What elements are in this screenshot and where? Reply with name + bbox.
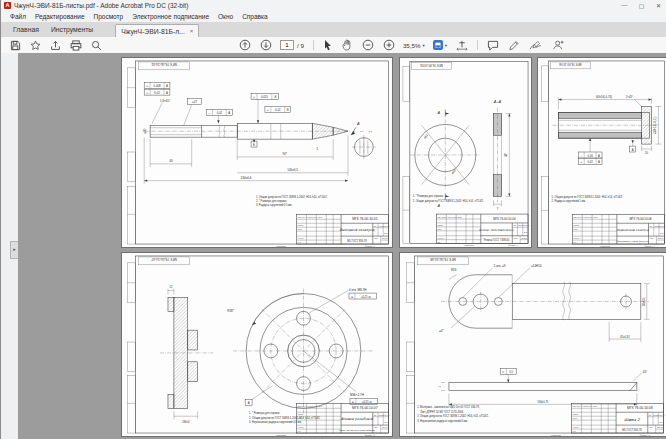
svg-text:Изм. Лист № докум. Подп. Да: Изм. Лист № докум. Подп. Дата [298,216,323,218]
svg-text:2. Радиусы скруглений 1 мм.: 2. Радиусы скруглений 1 мм. [552,199,586,203]
pencil-icon[interactable] [508,40,520,51]
chamfer-label: 1,6×45° [160,99,170,103]
menu-esign[interactable]: Электронное подписание [132,13,209,20]
zoom-caret-icon[interactable]: ▾ [422,43,424,48]
tab-tools[interactable]: Инструменты [51,26,93,33]
title-block: Изм. Лист № докум. Подп. Дата Разраб. Пр… [436,214,529,246]
notes: 1. * Размеры для справок. 2. Общие допус… [413,194,484,202]
section-title: А–А [493,99,502,104]
tb-name: Радиальный электрод [617,228,649,232]
dim-530: 530±0,75 [538,400,549,404]
svg-text:Пров.: Пров. [298,417,303,419]
zoom-level[interactable]: 35,5% [403,42,421,49]
dim-45: 45±0,31 [620,335,630,339]
dim-10: 10 [645,151,648,155]
tab-document-label: ЧжунЧ-ЭВИ-81Б-л... [121,28,185,35]
svg-text:Разраб.: Разраб. [298,224,305,226]
svg-text:Лит.: Лит. [374,225,378,227]
document-page-3[interactable]: МГК 76-00.10.06 60h14(-0,74) [537,57,666,248]
svg-text:2. * Размеры для справок.: 2. * Размеры для справок. [256,199,287,203]
svg-text:Лит.: Лит. [649,414,653,416]
comment-icon[interactable] [487,40,499,51]
document-page-1[interactable]: МГК 76-00.10.01 А [121,57,393,248]
svg-text:90*: 90* [282,152,287,156]
svg-text:240±0,6: 240±0,6 [241,176,252,180]
svg-text:Масштаб: Масштаб [522,224,529,226]
svg-text:Утв.: Утв. [437,241,441,243]
print-icon[interactable] [70,40,82,51]
svg-text:В: В [287,108,289,112]
tb-designation: МГК 76-00.10.06 [629,217,652,221]
svg-text:А: А [598,160,600,164]
select-tool-icon[interactable] [323,39,333,51]
dimensions: 1,6×45° ⌀30 40 90* 5 140±0,5 [143,99,348,184]
document-page-4[interactable]: МГК 76-00.10.07 12 26h14 [121,252,393,437]
share-icon[interactable] [50,40,61,51]
svg-text:0,5: 0,5 [509,370,513,374]
request-sign-icon[interactable] [551,39,564,51]
svg-text:Копировал: Копировал [551,434,562,436]
svg-text:1. Общие допуски по ГОСТ 30893: 1. Общие допуски по ГОСТ 30893.1-2002: Н… [552,195,624,199]
svg-text:Копировал: Копировал [276,434,287,436]
search-icon[interactable] [91,40,102,51]
dim-50: 50±0,31 [642,296,646,306]
document-canvas[interactable]: МГК 76-00.10.01 А [18,53,666,439]
svg-text:1. Общие допуски по ГОСТ 30893: 1. Общие допуски по ГОСТ 30893.1-2002: Н… [256,195,328,199]
svg-text:—: — [208,111,211,115]
window-title: ЧжунЧ-ЭВИ-81Б-листы.pdf - Adobe Acrobat … [14,2,188,9]
tb-material: М1 ГОСТ 859-78 [347,239,367,243]
menu-window[interactable]: Окно [218,13,233,20]
tab-home[interactable]: Главная [13,26,39,33]
menu-file[interactable]: Файл [10,13,26,20]
fit-page-icon[interactable]: ⬒ [433,40,443,50]
svg-text:⊏: ⊏ [502,371,504,374]
busbar-top-view: 2 отв. ⌀9 ⌀14H14 ⌀4* R26 50±0,31 45±0,31 [439,264,650,342]
svg-text:Листов: Листов [657,426,663,428]
hand-tool-icon[interactable] [342,39,353,51]
dim-r58: R58* [227,309,234,313]
next-page-icon[interactable] [260,39,272,51]
previous-page-icon[interactable] [239,39,251,51]
tb-name: Кольцо уплотнительное [479,228,514,232]
close-button[interactable]: ✕ [650,2,666,9]
maximize-button[interactable]: ▢ [633,2,650,9]
acrobat-window: A ЧжунЧ-ЭВИ-81Б-листы.pdf - Adobe Acroba… [0,0,666,439]
corner-designation: МГК 76-00.10.07 [151,257,177,261]
svg-text:А: А [228,111,230,115]
tb-scale: 1:1 [384,421,388,424]
svg-text:Пров.: Пров. [437,228,442,230]
menu-edit[interactable]: Редактирование [35,13,85,20]
zoom-in-icon[interactable] [383,39,395,51]
document-page-2[interactable]: МГК 76-00.10.04 ⌀62 ⌀48* А А [399,57,532,248]
svg-text:⊕: ⊕ [351,296,353,299]
dim-48: 48* [504,152,508,157]
svg-text:Пров.: Пров. [298,228,303,230]
tab-document[interactable]: ЧжунЧ-ЭВИ-81Б-л... × [115,24,199,38]
section-view-a: А 1,6 1,6 [351,130,376,159]
tb-scale: 1:1 [524,231,528,234]
tb-designation: МГК 76-00.10.04 [493,217,516,221]
document-page-5[interactable]: МГК 76-00.10.08 2 [399,252,666,437]
svg-text:0,16: 0,16 [587,154,593,158]
fit-caret-icon[interactable]: ▾ [445,43,447,48]
minimize-button[interactable]: — [616,2,633,9]
fill-sign-icon[interactable] [529,40,542,51]
svg-text:Разраб.: Разраб. [573,413,580,415]
svg-text:Н.контр.: Н.контр. [298,426,305,428]
tab-close-icon[interactable]: × [190,28,194,34]
page-number-input[interactable] [280,40,294,50]
tb-designation: МГК 76-00.10.07 [352,406,378,410]
r26-label: R26 [451,268,457,272]
page-width-icon[interactable] [456,40,468,51]
busbar-side-view: ⊏0,5 45° 4 530±0,75 [438,369,647,408]
corner-designation: МГК 76-00.10.04 [420,63,443,67]
star-icon[interactable] [30,40,41,51]
thread-callout: М36×2-7Н [350,393,364,397]
menu-view[interactable]: Просмотр [94,13,124,20]
d14-callout: ⌀14H14 [531,264,542,268]
svg-text:Утв.: Утв. [298,430,302,432]
save-icon[interactable] [10,40,21,51]
ring-view: ⌀62 ⌀48* А А [410,110,481,209]
menu-help[interactable]: Справка [242,13,268,20]
zoom-out-icon[interactable] [362,39,374,51]
